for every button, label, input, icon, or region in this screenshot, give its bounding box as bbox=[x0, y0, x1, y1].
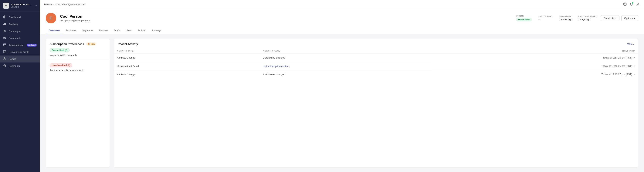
timestamp-value: Today at 12:43:25 pm (PST) bbox=[601, 65, 632, 67]
tab-segments[interactable]: Segments bbox=[79, 27, 96, 34]
help-icon[interactable] bbox=[623, 2, 627, 6]
svg-rect-3 bbox=[4, 23, 5, 25]
unsubscribed-section: Unsubscribed (2) Another example, a four… bbox=[46, 61, 110, 74]
status-label: STATUS bbox=[516, 15, 532, 17]
activity-table-header-row: ACTIVITY TYPE ACTIVITY NAME TIMESTAMP bbox=[114, 48, 638, 54]
meta-signed-up: SIGNED UP 2 years ago bbox=[559, 15, 572, 21]
main-content: People / cool.person@example.com C Cool … bbox=[40, 0, 644, 172]
breadcrumb-parent[interactable]: People bbox=[44, 3, 52, 6]
sidebar-item-campaigns[interactable]: Campaigns bbox=[0, 28, 40, 35]
sidebar-item-label: Transactional bbox=[9, 44, 24, 46]
subscribed-section: Subscribed (2) example, A third example bbox=[46, 48, 110, 59]
svg-point-0 bbox=[4, 16, 6, 18]
new-badge: 🎉 New bbox=[86, 42, 96, 46]
activity-timestamp-cell: Today at 12:43:25 pm (PST) ▾ bbox=[432, 62, 638, 70]
more-label: More bbox=[627, 43, 633, 45]
sidebar-item-dashboard[interactable]: Dashboard bbox=[0, 14, 40, 21]
company-logo: E bbox=[3, 3, 9, 9]
more-chevron-icon: › bbox=[633, 43, 634, 45]
tab-overview[interactable]: Overview bbox=[46, 27, 63, 34]
sidebar: E EXAMPLECO, INC. Example ▾ Dashboard An… bbox=[0, 0, 40, 172]
recent-activity-title: Recent Activity bbox=[118, 42, 138, 46]
profile-tabs: Overview Attributes Segments Devices Dra… bbox=[46, 27, 638, 34]
deliveries-icon bbox=[3, 50, 6, 54]
options-button[interactable]: Options ▾ bbox=[621, 15, 638, 21]
svg-point-1 bbox=[4, 16, 5, 17]
meta-status: STATUS Subscribed bbox=[516, 15, 532, 21]
sidebar-item-transactional[interactable]: Transactional Updated bbox=[0, 42, 40, 49]
tab-devices[interactable]: Devices bbox=[96, 27, 111, 34]
sidebar-item-deliveries[interactable]: Deliveries & Drafts bbox=[0, 49, 40, 56]
user-icon[interactable] bbox=[636, 2, 640, 6]
status-badge: Subscribed bbox=[516, 18, 532, 21]
activity-timestamp-cell: Today at 2:57:29 pm (PST) ▾ bbox=[432, 54, 638, 62]
meta-last-messaged: LAST MESSAGED 7 days ago bbox=[578, 15, 597, 21]
topbar: People / cool.person@example.com bbox=[40, 0, 644, 9]
tab-drafts[interactable]: Drafts bbox=[111, 27, 124, 34]
sidebar-item-label: Dashboard bbox=[9, 16, 21, 19]
transactional-icon bbox=[3, 43, 6, 47]
signed-up-value: 2 years ago bbox=[559, 18, 572, 21]
row-expand-icon[interactable]: ▾ bbox=[634, 73, 635, 76]
profile-buttons: Shortcuts ▾ Options ▾ bbox=[601, 15, 638, 21]
col-activity-name: ACTIVITY NAME bbox=[260, 48, 432, 54]
sidebar-header[interactable]: E EXAMPLECO, INC. Example ▾ bbox=[0, 0, 40, 11]
subscription-preferences-card: Subscription Preferences 🎉 New Subscribe… bbox=[46, 39, 110, 168]
shortcuts-button[interactable]: Shortcuts ▾ bbox=[601, 15, 620, 21]
broadcasts-icon bbox=[3, 36, 6, 40]
shortcuts-label: Shortcuts bbox=[604, 17, 614, 20]
sidebar-item-label: Analysis bbox=[9, 23, 18, 26]
row-expand-icon[interactable]: ▾ bbox=[634, 56, 635, 59]
recent-activity-card: Recent Activity More › ACTIVITY TYPE ACT… bbox=[114, 39, 638, 168]
svg-rect-4 bbox=[5, 23, 6, 25]
sidebar-item-label: Broadcasts bbox=[9, 37, 21, 40]
notification-dot bbox=[632, 2, 634, 3]
activity-table-row: Attribute Change2 attributes changedToda… bbox=[114, 70, 638, 79]
sidebar-item-segments[interactable]: Segments bbox=[0, 63, 40, 70]
sidebar-item-people[interactable]: People bbox=[0, 56, 40, 63]
subscription-divider bbox=[46, 60, 110, 60]
subscribed-tag: Subscribed (2) bbox=[50, 48, 70, 52]
avatar: C bbox=[46, 13, 56, 23]
sidebar-item-broadcasts[interactable]: Broadcasts bbox=[0, 35, 40, 42]
sidebar-nav: Dashboard Analysis Campaigns Broadcasts bbox=[0, 11, 40, 172]
tab-attributes[interactable]: Attributes bbox=[63, 27, 79, 34]
sidebar-item-label: Deliveries & Drafts bbox=[9, 51, 29, 53]
subscription-preferences-title: Subscription Preferences bbox=[50, 42, 84, 46]
activity-table-row: Attribute Change2 attributes changedToda… bbox=[114, 54, 638, 62]
profile-meta: STATUS Subscribed LAST VISITED — SIGNED … bbox=[516, 15, 597, 21]
profile-name-block: Cool Person cool.person@example.com bbox=[60, 14, 512, 22]
card-header-subscriptions: Subscription Preferences 🎉 New bbox=[46, 39, 110, 48]
activity-name-link[interactable]: test subscription center › bbox=[263, 65, 290, 68]
content-area: Subscription Preferences 🎉 New Subscribe… bbox=[40, 34, 644, 172]
activity-name-cell[interactable]: test subscription center › bbox=[260, 62, 432, 70]
company-sub: Example bbox=[11, 6, 34, 8]
profile-name: Cool Person bbox=[60, 14, 512, 19]
notifications-icon[interactable] bbox=[630, 2, 633, 6]
svg-rect-6 bbox=[4, 44, 6, 46]
sidebar-item-label: Segments bbox=[9, 65, 20, 67]
svg-point-11 bbox=[625, 4, 625, 5]
timestamp-value: Today at 2:57:29 pm (PST) bbox=[603, 56, 632, 59]
more-link[interactable]: More › bbox=[627, 43, 634, 45]
sidebar-item-analysis[interactable]: Analysis bbox=[0, 21, 40, 28]
updated-badge: Updated bbox=[27, 44, 37, 46]
last-visited-label: LAST VISITED bbox=[538, 15, 553, 17]
row-expand-icon[interactable]: ▾ bbox=[634, 65, 635, 67]
last-messaged-value: 7 days ago bbox=[578, 18, 597, 21]
unsubscribed-items: Another example, a fourth topic bbox=[50, 69, 106, 72]
svg-rect-7 bbox=[4, 50, 6, 53]
profile-info-row: C Cool Person cool.person@example.com ST… bbox=[46, 13, 638, 26]
tab-activity[interactable]: Activity bbox=[135, 27, 148, 34]
options-chevron-icon: ▾ bbox=[634, 17, 635, 20]
breadcrumb: People / cool.person@example.com bbox=[44, 3, 85, 6]
status-value: Subscribed bbox=[516, 18, 532, 21]
tab-sent[interactable]: Sent bbox=[124, 27, 135, 34]
activity-name-cell: 2 attributes changed bbox=[260, 54, 432, 62]
tab-journeys[interactable]: Journeys bbox=[148, 27, 164, 34]
last-visited-value: — bbox=[538, 18, 553, 21]
activity-type-cell: Attribute Change bbox=[114, 70, 260, 79]
svg-point-8 bbox=[4, 58, 5, 59]
col-timestamp: TIMESTAMP bbox=[432, 48, 638, 54]
activity-timestamp-cell: Today at 12:43:27 pm (PST) ▾ bbox=[432, 70, 638, 78]
